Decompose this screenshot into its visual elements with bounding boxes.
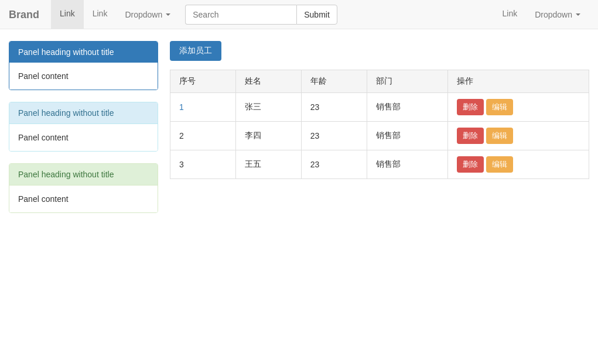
search-input[interactable]	[185, 5, 296, 25]
main-content: Panel heading without title Panel conten…	[0, 29, 598, 225]
right-nav-link1[interactable]: Link	[493, 0, 526, 29]
navbar-right: Link Dropdown	[493, 0, 589, 29]
table-header: 序号 姓名 年龄 部门 操作	[170, 70, 589, 93]
nav-item-link1[interactable]: Link	[51, 0, 84, 29]
panel-success: Panel heading without title Panel conten…	[9, 163, 158, 213]
search-form: Submit	[185, 5, 337, 25]
dropdown1-label: Dropdown	[125, 10, 162, 19]
col-ops: 操作	[448, 70, 589, 93]
panel-primary-content: Panel content	[18, 71, 69, 81]
edit-button[interactable]: 编辑	[486, 156, 513, 173]
col-id: 序号	[170, 70, 236, 93]
cell-age: 23	[301, 150, 367, 179]
panel-success-content: Panel content	[18, 194, 69, 204]
nav-link-2[interactable]: Link	[84, 0, 117, 29]
brand-link[interactable]: Brand	[9, 0, 48, 29]
navbar: Brand Link Link Dropdown Submit Link Dro…	[0, 0, 598, 29]
employee-table: 序号 姓名 年龄 部门 操作 1张三23销售部删除编辑2李四23销售部删除编辑3…	[170, 70, 589, 179]
panel-info-body: Panel content	[9, 123, 158, 151]
cell-dept: 销售部	[367, 150, 447, 179]
cell-ops: 删除编辑	[448, 122, 589, 150]
panel-primary-body: Panel content	[9, 63, 158, 90]
cell-age: 23	[301, 122, 367, 150]
panel-info-content: Panel content	[18, 133, 69, 142]
table-row: 3王五23销售部删除编辑	[170, 150, 589, 179]
cell-name: 王五	[235, 150, 301, 179]
cell-id: 1	[170, 93, 236, 122]
dropdown1-caret-icon	[166, 13, 170, 16]
cell-id: 3	[170, 150, 236, 179]
cell-age: 23	[301, 93, 367, 122]
table-row: 1张三23销售部删除编辑	[170, 93, 589, 122]
cell-dept: 销售部	[367, 122, 447, 150]
delete-button[interactable]: 删除	[457, 99, 484, 115]
delete-button[interactable]: 删除	[457, 156, 484, 173]
panel-primary-heading-text: Panel heading without title	[18, 47, 114, 57]
panel-info: Panel heading without title Panel conten…	[9, 102, 158, 152]
nav-links: Link Link Dropdown	[51, 0, 179, 29]
table-body: 1张三23销售部删除编辑2李四23销售部删除编辑3王五23销售部删除编辑	[170, 93, 589, 179]
search-submit-button[interactable]: Submit	[296, 5, 337, 25]
table-header-row: 序号 姓名 年龄 部门 操作	[170, 70, 589, 93]
table-row: 2李四23销售部删除编辑	[170, 122, 589, 150]
col-dept: 部门	[367, 70, 447, 93]
col-age: 年龄	[301, 70, 367, 93]
panel-success-heading-text: Panel heading without title	[18, 170, 114, 179]
right-dropdown-toggle[interactable]: Dropdown	[526, 0, 589, 29]
cell-ops: 删除编辑	[448, 150, 589, 179]
panel-success-body: Panel content	[9, 185, 158, 212]
right-nav-dropdown[interactable]: Dropdown	[526, 0, 589, 29]
right-link-1[interactable]: Link	[493, 0, 526, 29]
right-dropdown-caret-icon	[576, 13, 580, 16]
panel-primary: Panel heading without title Panel conten…	[9, 41, 158, 90]
nav-item-dropdown1[interactable]: Dropdown	[116, 0, 179, 29]
panel-info-heading: Panel heading without title	[9, 102, 158, 123]
col-name: 姓名	[235, 70, 301, 93]
cell-dept: 销售部	[367, 93, 447, 122]
row-id-link[interactable]: 1	[179, 102, 184, 112]
right-nav: Link Dropdown	[493, 0, 589, 29]
dropdown1-toggle[interactable]: Dropdown	[116, 0, 179, 29]
panel-info-heading-text: Panel heading without title	[18, 108, 114, 118]
table-area: 添加员工 序号 姓名 年龄 部门 操作 1张三23销售部删除编辑2李四23销售部…	[170, 41, 589, 213]
cell-id: 2	[170, 122, 236, 150]
add-employee-button[interactable]: 添加员工	[170, 41, 221, 61]
delete-button[interactable]: 删除	[457, 128, 484, 144]
nav-link-1[interactable]: Link	[51, 0, 84, 29]
cell-name: 李四	[235, 122, 301, 150]
cell-name: 张三	[235, 93, 301, 122]
right-dropdown-label: Dropdown	[535, 10, 572, 19]
panel-primary-heading: Panel heading without title	[9, 42, 158, 63]
cell-ops: 删除编辑	[448, 93, 589, 122]
panel-success-heading: Panel heading without title	[9, 164, 158, 185]
nav-item-link2[interactable]: Link	[84, 0, 117, 29]
edit-button[interactable]: 编辑	[486, 99, 513, 115]
edit-button[interactable]: 编辑	[486, 128, 513, 144]
panels-column: Panel heading without title Panel conten…	[9, 41, 158, 213]
